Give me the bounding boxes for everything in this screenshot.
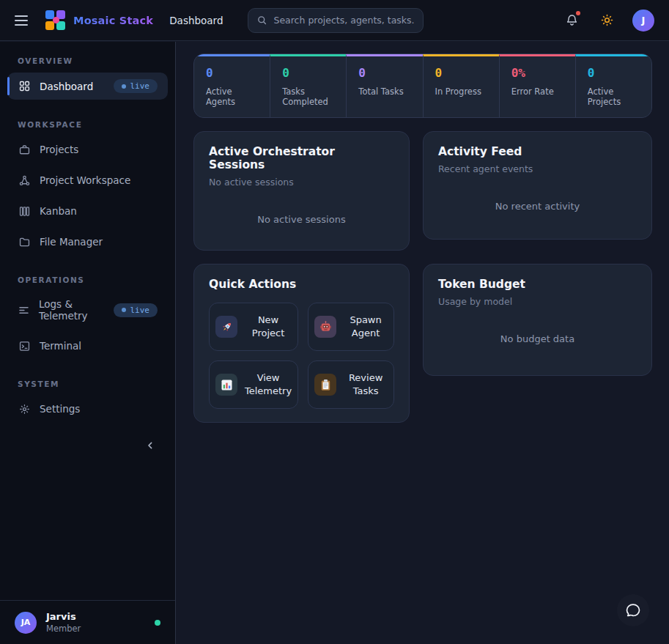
chat-bubble-icon <box>624 602 642 619</box>
main-content: 0 Active Agents 0 Tasks Completed 0 Tota… <box>177 42 669 644</box>
bell-icon <box>565 13 579 27</box>
stat-value: 0 <box>435 66 487 80</box>
activity-empty-state: No recent activity <box>438 174 637 223</box>
sidebar-item-label: Logs & Telemetry <box>39 298 105 322</box>
review-tasks-button[interactable]: Review Tasks <box>308 360 394 409</box>
online-status-dot <box>155 620 160 626</box>
folder-icon <box>18 235 31 248</box>
rocket-icon <box>215 316 237 338</box>
workspace-nodes-icon <box>18 174 31 187</box>
new-project-button[interactable]: New Project <box>209 303 298 351</box>
kanban-columns-icon <box>18 204 31 218</box>
sessions-card: Active Orchestrator Sessions No active s… <box>193 131 410 251</box>
stat-total-tasks: 0 Total Tasks <box>346 54 422 117</box>
chevron-left-icon <box>144 440 156 451</box>
activity-feed-title: Activity Feed <box>438 145 637 158</box>
user-role: Member <box>46 623 81 634</box>
menu-hamburger-icon[interactable] <box>15 12 31 29</box>
stat-label: Active Agents <box>206 86 258 107</box>
theme-toggle-button[interactable] <box>597 11 616 30</box>
sun-icon <box>600 13 614 27</box>
view-telemetry-button[interactable]: View Telemetry <box>209 360 298 409</box>
stat-label: Error Rate <box>511 86 563 97</box>
quick-action-label: View Telemetry <box>245 371 292 397</box>
stat-label: Active Projects <box>588 86 640 107</box>
quick-action-label: New Project <box>245 314 292 339</box>
stat-value: 0 <box>588 66 640 80</box>
terminal-icon <box>18 339 31 352</box>
stats-row: 0 Active Agents 0 Tasks Completed 0 Tota… <box>193 53 652 118</box>
token-budget-empty-state: No budget data <box>438 307 637 356</box>
stat-value: 0 <box>358 66 410 80</box>
user-initials-avatar: JA <box>15 612 37 634</box>
sidebar-item-label: Terminal <box>40 340 81 352</box>
logs-lines-icon <box>18 303 30 317</box>
stat-in-progress: 0 In Progress <box>423 54 499 117</box>
sidebar-item-settings[interactable]: Settings <box>7 396 168 422</box>
quick-action-label: Spawn Agent <box>344 314 388 339</box>
mosaic-stack-logo <box>45 10 66 31</box>
section-label-overview: OVERVIEW <box>0 51 175 71</box>
chat-fab-button[interactable] <box>617 594 649 626</box>
stat-value: 0 <box>282 66 334 80</box>
sessions-card-subtitle: No active sessions <box>209 177 394 188</box>
sidebar-item-label: Project Workspace <box>40 174 130 186</box>
stat-label: Tasks Completed <box>282 86 334 107</box>
sidebar-item-project-workspace[interactable]: Project Workspace <box>7 167 168 193</box>
bar-chart-icon <box>215 374 237 396</box>
stat-label: Total Tasks <box>358 86 410 97</box>
brand-name: Mosaic Stack <box>73 15 153 26</box>
live-badge: live <box>114 303 158 317</box>
quick-actions-title: Quick Actions <box>209 278 394 291</box>
robot-icon <box>314 316 336 338</box>
sidebar: OVERVIEW Dashboard live WORKSPACE Projec… <box>0 42 176 644</box>
sidebar-collapse-button[interactable] <box>143 438 158 453</box>
token-budget-card: Token Budget Usage by model No budget da… <box>423 264 652 376</box>
search-bar[interactable] <box>248 8 424 33</box>
stat-error-rate: 0% Error Rate <box>499 54 575 117</box>
stat-active-agents: 0 Active Agents <box>194 54 270 117</box>
section-label-operations: OPERATIONS <box>0 270 175 290</box>
token-budget-title: Token Budget <box>438 278 637 291</box>
notification-dot <box>576 11 580 15</box>
gear-icon <box>18 402 31 415</box>
sidebar-item-kanban[interactable]: Kanban <box>7 198 168 224</box>
quick-action-label: Review Tasks <box>344 371 388 397</box>
user-avatar[interactable]: J <box>632 10 654 32</box>
token-budget-subtitle: Usage by model <box>438 296 637 307</box>
stat-value: 0 <box>206 66 258 80</box>
clipboard-icon <box>314 374 336 396</box>
stat-active-projects: 0 Active Projects <box>575 54 651 117</box>
sidebar-item-logs-telemetry[interactable]: Logs & Telemetry live <box>7 292 168 328</box>
sidebar-user-card[interactable]: JA Jarvis Member <box>0 600 175 644</box>
spawn-agent-button[interactable]: Spawn Agent <box>308 303 394 351</box>
stat-tasks-completed: 0 Tasks Completed <box>270 54 346 117</box>
sessions-card-title: Active Orchestrator Sessions <box>209 145 394 171</box>
sessions-empty-state: No active sessions <box>209 188 394 237</box>
sidebar-item-label: Projects <box>40 144 78 155</box>
sidebar-item-file-manager[interactable]: File Manager <box>7 229 168 255</box>
notifications-button[interactable] <box>562 11 581 30</box>
sidebar-item-label: Kanban <box>40 205 77 217</box>
sidebar-item-label: Settings <box>40 403 80 415</box>
search-icon <box>256 15 267 26</box>
stat-label: In Progress <box>435 86 487 97</box>
activity-feed-subtitle: Recent agent events <box>438 163 637 174</box>
breadcrumb: Dashboard <box>169 15 223 26</box>
section-label-workspace: WORKSPACE <box>0 114 175 135</box>
sidebar-item-label: File Manager <box>40 236 103 248</box>
activity-feed-card: Activity Feed Recent agent events No rec… <box>423 131 652 240</box>
dashboard-grid-icon <box>18 80 31 93</box>
top-header: Mosaic Stack Dashboard J <box>0 0 669 41</box>
sidebar-item-projects[interactable]: Projects <box>7 136 168 163</box>
user-name: Jarvis <box>46 611 81 622</box>
section-label-system: SYSTEM <box>0 374 175 394</box>
search-input[interactable] <box>273 15 415 26</box>
sidebar-item-label: Dashboard <box>40 81 93 92</box>
stat-value: 0% <box>511 66 563 80</box>
sidebar-item-dashboard[interactable]: Dashboard live <box>7 73 168 100</box>
briefcase-icon <box>18 143 31 156</box>
quick-actions-card: Quick Actions <box>193 264 410 423</box>
sidebar-item-terminal[interactable]: Terminal <box>7 333 168 359</box>
live-badge: live <box>114 79 158 93</box>
